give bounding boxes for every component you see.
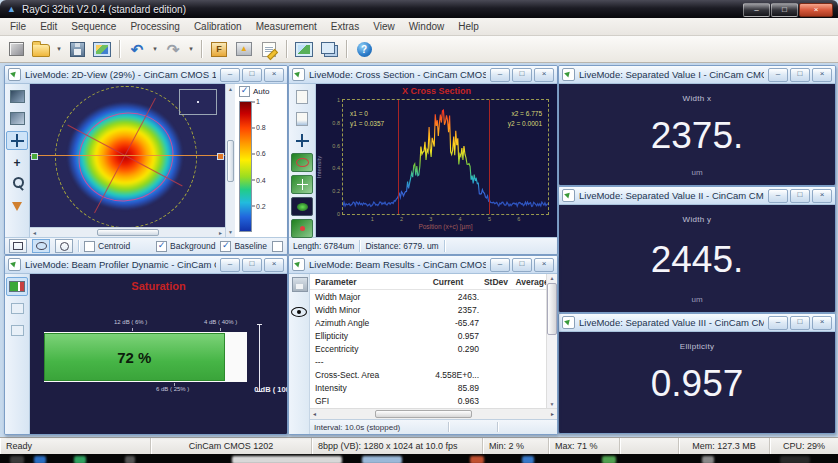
vertical-scrollbar[interactable]: ▲ ▼ (546, 274, 557, 408)
centroid-option[interactable]: Centroid (84, 241, 130, 252)
menu-file[interactable]: File (4, 20, 32, 33)
table-row[interactable]: Cross-Sect. Area4.558E+0... (310, 368, 546, 381)
close-button[interactable]: × (534, 258, 554, 272)
scroll-up-arrow[interactable]: ▲ (550, 275, 555, 281)
help-button[interactable]: ? (353, 39, 375, 59)
close-button[interactable]: × (264, 258, 284, 272)
menu-view[interactable]: View (367, 20, 401, 33)
column-header-average[interactable]: Average (513, 277, 546, 287)
restore-button[interactable]: □ (242, 68, 262, 82)
scroll-down-arrow[interactable]: ▼ (228, 229, 233, 235)
crosshair-tool-icon[interactable]: + (6, 153, 28, 172)
close-button[interactable]: × (812, 316, 832, 330)
restore-button[interactable]: □ (242, 258, 262, 272)
scroll-right-arrow[interactable]: ► (218, 230, 223, 236)
menu-measurement[interactable]: Measurement (250, 20, 323, 33)
menu-processing[interactable]: Processing (124, 20, 185, 33)
redo-button[interactable]: ↷ (162, 39, 184, 59)
windows-taskbar[interactable] (0, 454, 838, 463)
background-option[interactable]: ✓ Background (156, 241, 215, 252)
scroll-left-arrow[interactable]: ◄ (32, 230, 37, 236)
close-button[interactable]: × (812, 189, 832, 203)
table-row[interactable]: Ellipticity0.957 (310, 329, 546, 342)
scroll-down-arrow[interactable]: ▼ (550, 401, 555, 407)
minimize-button[interactable]: – (768, 316, 788, 330)
redo-dropdown[interactable]: ▾ (187, 39, 195, 59)
close-button[interactable]: × (799, 3, 833, 17)
protocol-button[interactable] (258, 39, 280, 59)
taskbar-item[interactable] (780, 456, 810, 463)
scroll-thumb[interactable] (227, 140, 234, 182)
copy-view-icon[interactable] (291, 87, 313, 106)
capture-button[interactable]: ▲ (233, 39, 255, 59)
circle-marker-button[interactable] (55, 239, 73, 253)
scroll-thumb[interactable] (547, 283, 557, 335)
restore-button[interactable]: □ (790, 68, 810, 82)
scroll-right-arrow[interactable]: ► (550, 411, 555, 417)
saturation-display-icon[interactable] (6, 277, 28, 296)
measurement-button[interactable]: F (208, 39, 230, 59)
minimize-button[interactable]: – (490, 68, 510, 82)
results-table-header[interactable]: ParameterCurrentStDevAverage (310, 274, 546, 290)
maximize-button[interactable]: □ (771, 3, 798, 17)
scroll-left-arrow[interactable]: ◄ (312, 411, 317, 417)
close-button[interactable]: × (812, 68, 832, 82)
zoom-tool-icon[interactable] (6, 175, 28, 194)
image-copy-icon[interactable] (6, 109, 28, 128)
table-row[interactable]: Azimuth Angle-65.47 (310, 316, 546, 329)
taskbar-item[interactable] (522, 456, 534, 463)
taskbar-item[interactable] (602, 456, 616, 463)
window-titlebar[interactable]: LiveMode: Cross Section - CinCam CMOS 12… (289, 66, 557, 84)
scroll-thumb[interactable] (375, 410, 472, 418)
cursor-left-handle[interactable] (31, 153, 38, 160)
window-titlebar[interactable]: LiveMode: Separated Value II - CinCam CM… (559, 187, 835, 205)
minimize-button[interactable]: – (743, 3, 770, 17)
scroll-up-arrow[interactable]: ▲ (228, 86, 233, 92)
minimize-button[interactable]: – (768, 68, 788, 82)
window-titlebar[interactable]: LiveMode: Beam Results - CinCam CMOS 120… (289, 256, 557, 274)
ellipse-marker-button[interactable] (32, 239, 50, 253)
window-titlebar[interactable]: LiveMode: Beam Profiler Dynamic - CinCam… (5, 256, 287, 274)
window-titlebar[interactable]: LiveMode: Separated Value I - CinCam CMO… (559, 66, 835, 84)
beam-cone-icon[interactable] (6, 197, 28, 216)
pan-tool-icon[interactable] (6, 131, 28, 150)
table-row[interactable]: Intensity85.89 (310, 381, 546, 394)
open-button[interactable] (30, 39, 52, 59)
open-dropdown[interactable]: ▾ (55, 39, 63, 59)
window-titlebar[interactable]: LiveMode: 2D-View (29%) - CinCam CMOS 12… (5, 66, 287, 84)
column-header-stdev[interactable]: StDev (479, 277, 513, 287)
rect-marker-button[interactable] (9, 239, 27, 253)
horizontal-scrollbar[interactable]: ◄ ► (30, 227, 225, 237)
menu-calibration[interactable]: Calibration (188, 20, 248, 33)
minimize-button[interactable]: – (490, 258, 510, 272)
app-titlebar[interactable]: ▲ RayCi 32bit V2.0.4 (standard edition) … (0, 0, 838, 18)
taskbar-item[interactable] (34, 456, 46, 463)
dynamic-tool-icon[interactable] (6, 299, 28, 318)
close-button[interactable]: × (264, 68, 284, 82)
display-button[interactable] (293, 39, 315, 59)
roi-rectangle[interactable] (179, 89, 217, 115)
minimize-button[interactable]: – (768, 189, 788, 203)
extra-checkbox[interactable] (272, 241, 283, 252)
close-button[interactable]: × (534, 68, 554, 82)
cross-section-plot[interactable]: X Cross Section Intensity (316, 84, 557, 237)
column-header-current[interactable]: Current (417, 277, 479, 287)
restore-button[interactable]: □ (512, 258, 532, 272)
window-cascade-button[interactable] (318, 39, 340, 59)
horizontal-scrollbar[interactable]: ◄ ► (310, 408, 557, 419)
auto-checkbox[interactable]: ✓ (239, 86, 250, 97)
minimize-button[interactable]: – (220, 258, 240, 272)
table-row[interactable]: --- (310, 355, 546, 368)
image-layers-icon[interactable] (6, 87, 28, 106)
taskbar-item[interactable] (702, 456, 714, 463)
undo-dropdown[interactable]: ▾ (151, 39, 159, 59)
table-row[interactable]: GFI0.963 (310, 394, 546, 407)
taskbar-item[interactable] (470, 456, 484, 463)
device-icon[interactable] (5, 39, 27, 59)
column-header-parameter[interactable]: Parameter (310, 277, 417, 287)
cursor-1-line[interactable] (398, 100, 399, 214)
menu-extras[interactable]: Extras (325, 20, 365, 33)
restore-button[interactable]: □ (512, 68, 532, 82)
taskbar-item[interactable] (10, 456, 24, 463)
centroid-checkbox[interactable] (84, 241, 95, 252)
